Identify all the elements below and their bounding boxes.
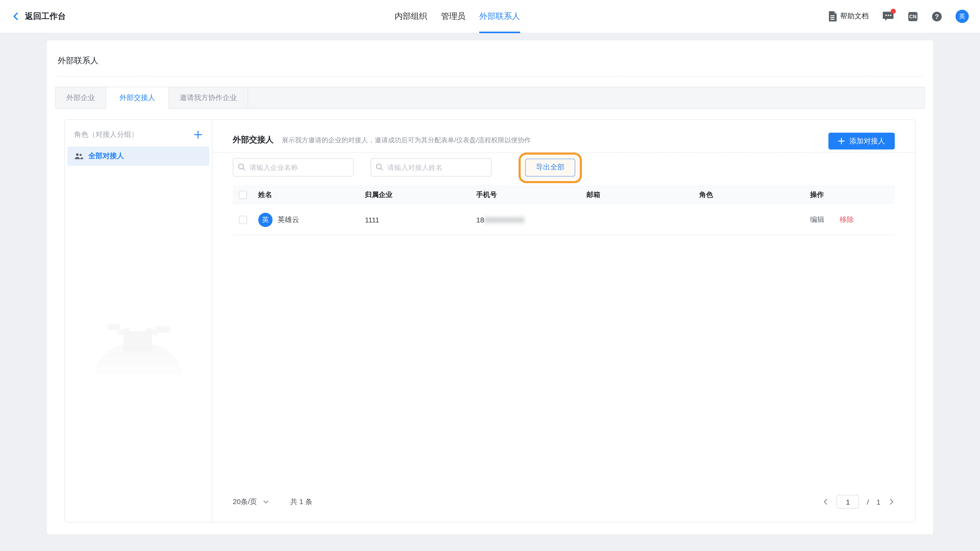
sidebar-item-all-liaisons[interactable]: 全部对接人 — [67, 146, 209, 166]
row-avatar: 英 — [258, 213, 272, 227]
roles-sidebar-title: 角色（对接人分组） — [74, 130, 138, 139]
cell-phone: 18888888888 — [476, 216, 587, 224]
add-liaison-button[interactable]: 添加对接人 — [829, 133, 895, 149]
help-docs-link[interactable]: 帮助文档 — [829, 11, 869, 21]
company-search — [233, 158, 354, 176]
tab-external-enterprises[interactable]: 外部企业 — [56, 87, 106, 109]
plus-icon — [838, 138, 845, 144]
col-company: 归属企业 — [365, 190, 476, 200]
select-all-checkbox[interactable] — [239, 191, 247, 199]
chevron-down-icon — [263, 499, 269, 505]
company-search-input[interactable] — [233, 158, 354, 176]
next-page-button[interactable] — [888, 499, 895, 505]
app-root: 返回工作台 内部组织 管理员 外部联系人 帮助文档 CN ? 英 外部联系人 — [0, 0, 980, 551]
people-group-icon — [75, 152, 83, 160]
cell-actions: 编辑 移除 — [810, 215, 895, 224]
col-email: 邮箱 — [587, 190, 699, 200]
question-help-icon[interactable]: ? — [932, 11, 942, 21]
section-heading: 外部交接人 — [233, 135, 274, 145]
unread-badge-dot — [891, 9, 896, 14]
empty-state-illustration — [95, 324, 182, 375]
col-role: 角色 — [699, 190, 810, 200]
liaisons-main-section: 外部交接人 展示我方邀请的企业的对接人，邀请成功后可为其分配表单/仪表盘/流程权… — [212, 120, 915, 522]
top-nav-tabs: 内部组织 管理员 外部联系人 — [395, 0, 520, 33]
external-contacts-card: 外部联系人 外部企业 外部交接人 邀请我方协作企业 角色（对接人分组） — [47, 40, 933, 534]
tab-content-container: 角色（对接人分组） 全部对接人 — [64, 119, 916, 522]
tab-external-liaisons[interactable]: 外部交接人 — [106, 87, 169, 109]
top-nav-actions: 帮助文档 CN ? 英 — [829, 10, 980, 23]
row-checkbox[interactable] — [239, 216, 247, 224]
page-size-value: 20条/页 — [233, 497, 257, 507]
top-nav: 返回工作台 内部组织 管理员 外部联系人 帮助文档 CN ? 英 — [0, 0, 980, 33]
add-role-button[interactable] — [193, 130, 203, 139]
table-row: 英 英雄云 1111 18888888888 编辑 移除 — [233, 205, 895, 235]
help-docs-label: 帮助文档 — [840, 12, 869, 21]
total-pages: 1 — [877, 498, 880, 506]
contact-search — [371, 158, 492, 176]
edit-action[interactable]: 编辑 — [810, 215, 824, 223]
total-count: 共 1 条 — [290, 497, 312, 507]
page-tabs: 外部企业 外部交接人 邀请我方协作企业 — [55, 87, 925, 109]
roles-sidebar: 角色（对接人分组） 全部对接人 — [65, 120, 212, 522]
section-description: 展示我方邀请的企业的对接人，邀请成功后可为其分配表单/仪表盘/流程权限以便协作 — [282, 136, 531, 145]
filter-row: 导出全部 — [212, 152, 915, 176]
tab-invite-collaborating-enterprises[interactable]: 邀请我方协作企业 — [169, 87, 248, 109]
document-icon — [829, 11, 837, 21]
add-liaison-label: 添加对接人 — [850, 137, 885, 146]
section-heading-row: 外部交接人 展示我方邀请的企业的对接人，邀请成功后可为其分配表单/仪表盘/流程权… — [212, 120, 915, 145]
current-page-input[interactable] — [837, 495, 859, 509]
cell-company: 1111 — [365, 216, 476, 224]
tab-external-contacts[interactable]: 外部联系人 — [479, 0, 520, 33]
export-all-button[interactable]: 导出全部 — [525, 159, 575, 176]
cell-name: 英 英雄云 — [258, 213, 365, 227]
col-actions: 操作 — [810, 190, 895, 200]
tab-strip-filler — [248, 87, 924, 109]
contact-search-input[interactable] — [371, 158, 492, 176]
back-to-workspace-button[interactable]: 返回工作台 — [11, 11, 66, 22]
page-size-select[interactable]: 20条/页 — [233, 497, 269, 507]
sidebar-item-label: 全部对接人 — [88, 151, 124, 161]
prev-page-button[interactable] — [822, 499, 829, 505]
remove-action[interactable]: 移除 — [840, 215, 854, 223]
tab-administrators[interactable]: 管理员 — [441, 0, 466, 33]
title-divider — [58, 76, 922, 76]
page-title: 外部联系人 — [47, 40, 933, 66]
messages-button[interactable] — [883, 11, 894, 21]
phone-redacted-part: 888888888 — [484, 216, 525, 224]
chevron-left-icon — [11, 12, 21, 21]
liaisons-table: 姓名 归属企业 手机号 邮箱 角色 操作 英 英雄云 1111 — [233, 185, 895, 235]
page-separator: / — [867, 498, 869, 506]
phone-visible-part: 18 — [476, 216, 484, 224]
roles-sidebar-header: 角色（对接人分组） — [65, 120, 212, 146]
user-avatar[interactable]: 英 — [956, 10, 969, 23]
tab-internal-organization[interactable]: 内部组织 — [395, 0, 427, 33]
table-header-row: 姓名 归属企业 手机号 邮箱 角色 操作 — [233, 185, 895, 205]
language-badge[interactable]: CN — [907, 11, 918, 22]
page-controls: / 1 — [822, 495, 895, 509]
back-label: 返回工作台 — [25, 11, 66, 22]
row-name-text: 英雄云 — [278, 215, 299, 224]
pagination-bar: 20条/页 共 1 条 / 1 — [233, 495, 895, 509]
col-name: 姓名 — [258, 190, 365, 200]
export-area: 导出全部 — [525, 159, 575, 176]
col-phone: 手机号 — [476, 190, 587, 200]
